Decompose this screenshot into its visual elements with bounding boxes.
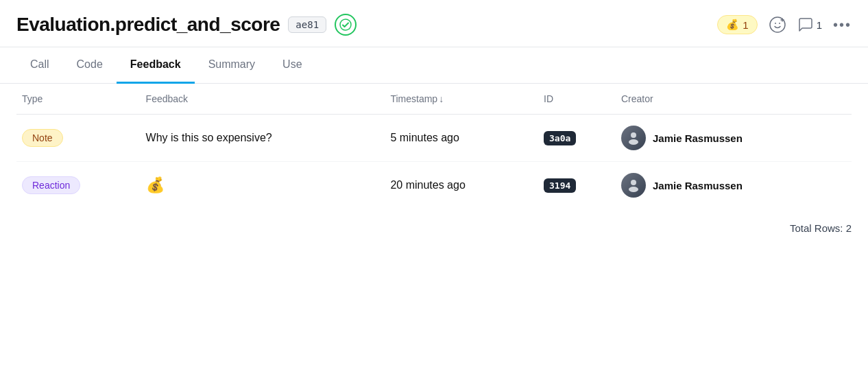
cost-badge[interactable]: 💰 1 (717, 15, 757, 34)
id-badge: 3a0a (544, 131, 576, 145)
creator-cell: Jamie Rasmussen (616, 115, 852, 162)
col-id: ID (538, 84, 616, 115)
table-header: Type Feedback Timestamp↓ ID Creator (16, 84, 852, 115)
header-actions: 💰 1 1 ••• (717, 15, 852, 34)
check-status-icon[interactable] (335, 14, 357, 36)
svg-point-2 (775, 23, 776, 24)
cost-emoji: 💰 (726, 19, 739, 31)
feedback-cell: 💰 (141, 162, 385, 209)
page-title: Evaluation.predict_and_score (16, 14, 280, 36)
col-creator: Creator (616, 84, 852, 115)
feedback-table: Type Feedback Timestamp↓ ID Creator Note… (16, 84, 852, 209)
type-badge-reaction: Reaction (22, 176, 80, 194)
total-rows-label: Total Rows: 2 (0, 209, 868, 248)
comments-button[interactable]: 1 (797, 16, 822, 33)
more-options-button[interactable]: ••• (833, 17, 852, 33)
id-cell: 3a0a (538, 115, 616, 162)
cost-count: 1 (743, 19, 748, 31)
tab-call[interactable]: Call (16, 47, 63, 84)
timestamp-cell: 5 minutes ago (385, 115, 538, 162)
table-row: Note Why is this so expensive? 5 minutes… (16, 115, 852, 162)
svg-point-8 (631, 180, 636, 185)
commit-badge[interactable]: ae81 (288, 16, 326, 33)
col-timestamp[interactable]: Timestamp↓ (385, 84, 538, 115)
svg-point-6 (631, 132, 636, 138)
id-cell: 3194 (538, 162, 616, 209)
tab-feedback[interactable]: Feedback (117, 47, 195, 84)
table-row: Reaction 💰 20 minutes ago 3194 (16, 162, 852, 209)
tab-use[interactable]: Use (269, 47, 315, 84)
svg-point-3 (779, 23, 780, 24)
type-cell: Reaction (16, 162, 141, 209)
creator-name: Jamie Rasmussen (653, 132, 743, 144)
sort-arrow-icon: ↓ (439, 93, 444, 104)
add-reaction-button[interactable] (769, 16, 786, 34)
tab-code[interactable]: Code (63, 47, 117, 84)
feedback-emoji: 💰 (146, 176, 165, 193)
feedback-cell: Why is this so expensive? (141, 115, 385, 162)
feedback-table-container: Type Feedback Timestamp↓ ID Creator Note… (0, 84, 868, 209)
svg-point-7 (629, 139, 638, 145)
timestamp-cell: 20 minutes ago (385, 162, 538, 209)
creator-cell: Jamie Rasmussen (616, 162, 852, 209)
col-type: Type (16, 84, 141, 115)
creator-info: Jamie Rasmussen (621, 126, 846, 150)
avatar (621, 126, 646, 150)
table-body: Note Why is this so expensive? 5 minutes… (16, 115, 852, 209)
col-feedback: Feedback (141, 84, 385, 115)
id-badge: 3194 (544, 178, 576, 193)
avatar (621, 173, 646, 198)
page-header: Evaluation.predict_and_score ae81 💰 1 (0, 0, 868, 47)
svg-point-0 (340, 19, 351, 30)
tab-summary[interactable]: Summary (195, 47, 269, 84)
comment-count: 1 (817, 19, 822, 31)
type-badge-note: Note (22, 129, 63, 147)
type-cell: Note (16, 115, 141, 162)
creator-name: Jamie Rasmussen (653, 180, 743, 191)
tab-bar: Call Code Feedback Summary Use (0, 47, 868, 84)
feedback-text: Why is this so expensive? (146, 132, 272, 143)
creator-info: Jamie Rasmussen (621, 173, 846, 198)
svg-point-9 (629, 187, 638, 192)
